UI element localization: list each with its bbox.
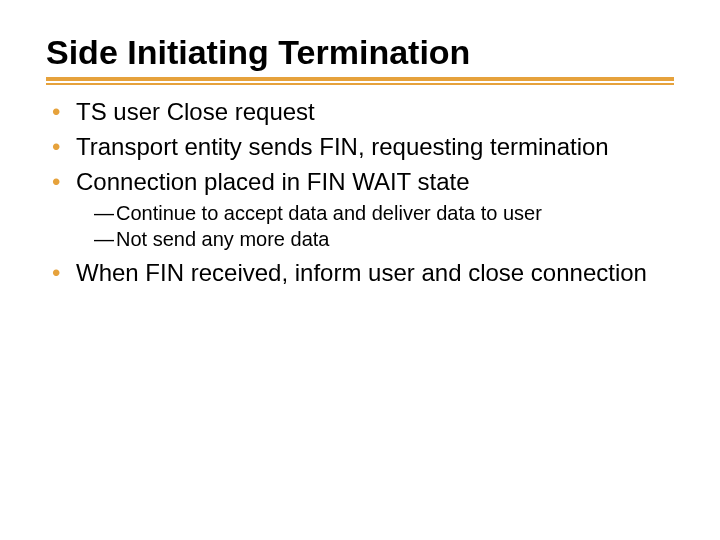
sub-bullet-text: Not send any more data <box>116 228 329 250</box>
title-rule-thick <box>46 77 674 81</box>
title-rule-thin <box>46 83 674 85</box>
bullet-text: TS user Close request <box>76 98 315 125</box>
bullet-item: TS user Close request <box>50 97 674 128</box>
bullet-list: TS user Close request Transport entity s… <box>46 97 674 288</box>
bullet-item: When FIN received, inform user and close… <box>50 258 674 289</box>
slide: Side Initiating Termination TS user Clos… <box>0 0 720 288</box>
slide-title: Side Initiating Termination <box>46 34 674 71</box>
sub-bullet-item: Continue to accept data and deliver data… <box>94 200 674 226</box>
sub-bullet-list: Continue to accept data and deliver data… <box>76 200 674 252</box>
sub-bullet-item: Not send any more data <box>94 226 674 252</box>
bullet-item: Connection placed in FIN WAIT state Cont… <box>50 167 674 252</box>
sub-bullet-text: Continue to accept data and deliver data… <box>116 202 542 224</box>
bullet-text: Connection placed in FIN WAIT state <box>76 168 470 195</box>
bullet-text: Transport entity sends FIN, requesting t… <box>76 133 609 160</box>
bullet-text: When FIN received, inform user and close… <box>76 259 647 286</box>
bullet-item: Transport entity sends FIN, requesting t… <box>50 132 674 163</box>
